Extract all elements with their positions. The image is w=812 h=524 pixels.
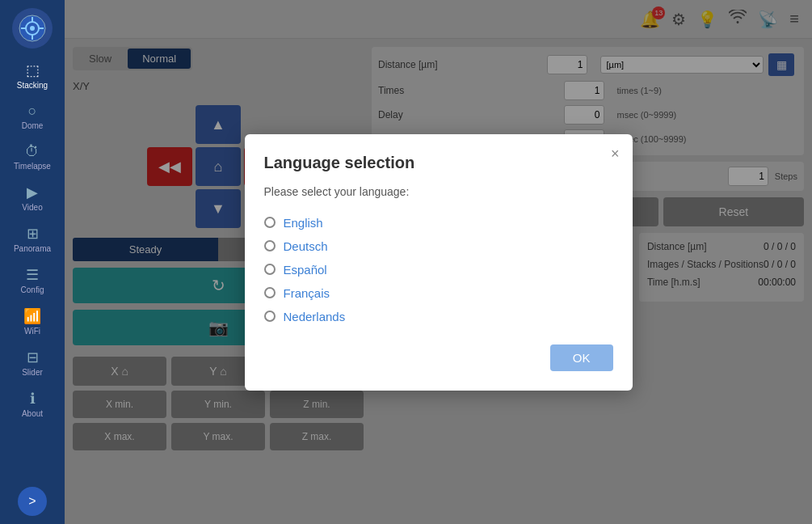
lang-radio-english	[264, 217, 276, 228]
sidebar-item-config[interactable]: ☰ Config	[0, 261, 65, 299]
modal-overlay: Language selection × Please select your …	[65, 0, 812, 524]
sidebar-item-about[interactable]: ℹ About	[0, 385, 65, 423]
modal-close-button[interactable]: ×	[611, 146, 620, 163]
sidebar: ⬚ Stacking ○ Dome ⏱ Timelapse ▶ Video ⊞ …	[0, 0, 65, 524]
main-content: 🔔 13 ⚙ 💡 📡 ≡ Slow Normal X/Y	[65, 0, 812, 524]
sidebar-expand-button[interactable]: >	[18, 487, 47, 516]
svg-point-2	[30, 26, 35, 31]
lang-option-francais[interactable]: Français	[264, 281, 613, 305]
ok-button[interactable]: OK	[550, 344, 613, 371]
lang-option-english[interactable]: English	[264, 211, 613, 235]
wifi-icon: 📶	[23, 307, 41, 325]
sidebar-item-video[interactable]: ▶ Video	[0, 179, 65, 217]
lang-radio-espanol	[264, 264, 276, 275]
sidebar-item-panorama[interactable]: ⊞ Panorama	[0, 220, 65, 258]
sidebar-item-wifi[interactable]: 📶 WiFi	[0, 302, 65, 340]
modal-footer: OK	[264, 344, 613, 371]
stacking-icon: ⬚	[26, 61, 40, 79]
lang-radio-nederlands	[264, 311, 276, 322]
lang-radio-francais	[264, 287, 276, 298]
language-selection-modal: Language selection × Please select your …	[245, 134, 633, 391]
lang-option-deutsch[interactable]: Deutsch	[264, 235, 613, 258]
lang-option-espanol[interactable]: Español	[264, 258, 613, 281]
timelapse-icon: ⏱	[25, 143, 40, 160]
lang-radio-deutsch	[264, 240, 276, 251]
sidebar-item-stacking[interactable]: ⬚ Stacking	[0, 57, 65, 95]
sidebar-item-dome[interactable]: ○ Dome	[0, 98, 65, 135]
sidebar-item-timelapse[interactable]: ⏱ Timelapse	[0, 138, 65, 175]
config-icon: ☰	[26, 266, 39, 284]
app-logo	[12, 8, 53, 49]
lang-option-nederlands[interactable]: Nederlands	[264, 305, 613, 328]
modal-title: Language selection	[264, 154, 613, 172]
slider-icon: ⊟	[27, 349, 39, 366]
about-icon: ℹ	[30, 390, 36, 408]
sidebar-item-slider[interactable]: ⊟ Slider	[0, 344, 65, 382]
video-icon: ▶	[27, 184, 38, 201]
dome-icon: ○	[28, 103, 37, 120]
modal-subtitle: Please select your language:	[264, 185, 613, 198]
panorama-icon: ⊞	[27, 225, 39, 243]
